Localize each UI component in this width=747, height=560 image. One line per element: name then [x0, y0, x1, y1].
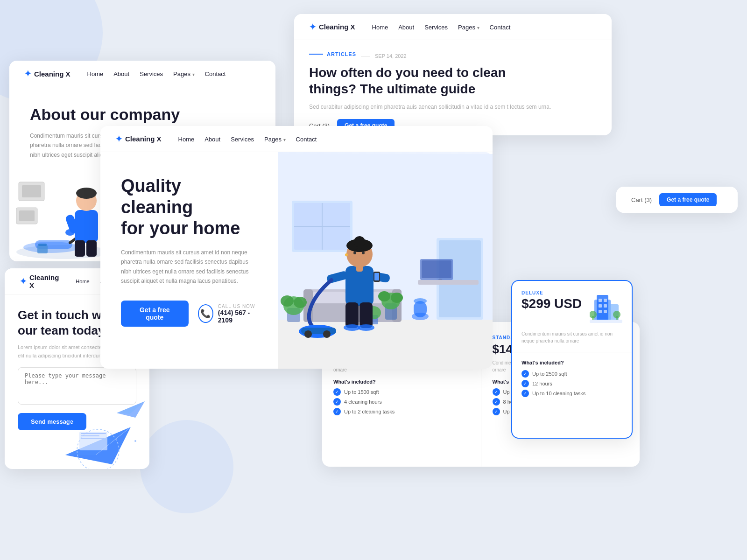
nav-home-contact[interactable]: Home	[76, 279, 89, 284]
svg-rect-57	[356, 265, 363, 272]
svg-rect-76	[79, 432, 107, 450]
svg-point-55	[362, 252, 365, 254]
svg-rect-11	[22, 185, 41, 197]
logo-text-about: Cleaning X	[34, 70, 70, 78]
check-icon-d2: ✓	[521, 380, 529, 387]
check-icon-d3: ✓	[521, 390, 529, 397]
logo-icon-hero: ✦	[115, 134, 122, 144]
logo-icon-blog: ✦	[309, 22, 316, 32]
svg-rect-89	[599, 310, 602, 313]
nav-links-blog: Home About Services Pages ▾ Contact	[372, 23, 511, 31]
nav-home-hero[interactable]: Home	[178, 135, 195, 143]
hero-cta-button[interactable]: Get a free quote	[121, 301, 189, 327]
logo-contact[interactable]: ✦ Cleaning X	[20, 273, 59, 289]
logo-hero[interactable]: ✦ Cleaning X	[115, 134, 162, 144]
blog-title: How often do you need to clean things? T…	[309, 64, 597, 97]
bg-decoration-2	[140, 420, 233, 513]
svg-rect-85	[599, 299, 602, 302]
phone-label: CALL US NOW	[218, 304, 257, 309]
logo-blog[interactable]: ✦ Cleaning X	[309, 22, 355, 32]
blog-nav: ✦ Cleaning X Home About Services Pages ▾…	[294, 14, 612, 40]
svg-point-40	[378, 291, 390, 301]
nav-home-about[interactable]: Home	[87, 70, 104, 78]
basic-included-title: What's included?	[333, 379, 470, 385]
blog-tag: ARTICLES	[309, 51, 356, 57]
phone-number: (414) 567 - 2109	[218, 309, 257, 324]
svg-rect-14	[37, 245, 48, 253]
hero-body: Quality cleaning for your home Condiment…	[100, 152, 493, 369]
deluxe-illustration	[590, 290, 622, 325]
nav-links-hero: Home About Services Pages ▾ Contact	[178, 135, 317, 143]
check-icon-d1: ✓	[521, 370, 529, 378]
topright-nav-right: Cart (3) Get a free quote	[631, 193, 717, 206]
svg-point-63	[358, 324, 374, 331]
logo-icon-contact: ✦	[20, 276, 27, 287]
deluxe-tag: DELUXE	[521, 290, 582, 295]
hero-actions: Get a free quote 📞 CALL US NOW (414) 567…	[121, 301, 257, 327]
deluxe-feature-3: ✓ Up to 10 cleaning tasks	[521, 390, 622, 397]
nav-services-blog[interactable]: Services	[424, 23, 448, 31]
nav-about-hero[interactable]: About	[204, 135, 220, 143]
nav-pages-about[interactable]: Pages ▾	[173, 70, 194, 78]
hero-illustration	[278, 152, 493, 369]
nav-contact-about[interactable]: Contact	[205, 70, 226, 78]
nav-pages-blog[interactable]: Pages ▾	[458, 23, 479, 31]
check-icon-3: ✓	[333, 408, 341, 415]
nav-pages-hero[interactable]: Pages ▾	[264, 135, 285, 143]
phone-action: 📞 CALL US NOW (414) 567 - 2109	[198, 304, 257, 324]
contact-illustration	[56, 394, 149, 469]
check-icon-2: ✓	[333, 398, 341, 406]
svg-point-44	[414, 298, 427, 304]
nav-about-blog[interactable]: About	[398, 23, 414, 31]
svg-point-35	[294, 297, 307, 308]
hero-card: ✦ Cleaning X Home About Services Pages ▾…	[100, 126, 493, 369]
nav-services-about[interactable]: Services	[140, 70, 163, 78]
deluxe-feature-1: ✓ Up to 2500 sqft	[521, 370, 622, 378]
logo-text-blog: Cleaning X	[319, 23, 355, 31]
topright-nav: Cart (3) Get a free quote	[616, 187, 738, 213]
svg-point-53	[354, 236, 365, 247]
basic-feature-3: ✓ Up to 2 cleaning tasks	[333, 408, 470, 415]
svg-rect-86	[604, 299, 607, 302]
basic-feature-1: ✓ Up to 1500 sqft	[333, 388, 470, 396]
blog-content: ARTICLES SEP 14, 2022 How often do you n…	[294, 40, 612, 135]
svg-point-54	[353, 252, 356, 254]
svg-rect-61	[359, 302, 373, 328]
topright-cart-label: Cart (3)	[631, 196, 652, 203]
blog-description: Sed curabitur adipiscing enim pharetra a…	[309, 103, 597, 112]
logo-about[interactable]: ✦ Cleaning X	[24, 69, 70, 79]
svg-point-94	[613, 311, 620, 318]
topright-cta-button[interactable]: Get a free quote	[659, 193, 717, 206]
nav-services-hero[interactable]: Services	[231, 135, 254, 143]
svg-rect-69	[374, 273, 379, 280]
svg-rect-47	[422, 260, 451, 278]
deluxe-feature-2: ✓ 12 hours	[521, 380, 622, 387]
nav-contact-hero[interactable]: Contact	[296, 135, 317, 143]
basic-feature-2: ✓ 4 cleaning hours	[333, 398, 470, 406]
svg-rect-45	[418, 280, 479, 285]
svg-rect-13	[19, 210, 35, 221]
about-nav: ✦ Cleaning X Home About Services Pages ▾…	[9, 61, 275, 87]
svg-rect-88	[604, 304, 607, 308]
hero-nav: ✦ Cleaning X Home About Services Pages ▾…	[100, 126, 493, 152]
svg-rect-60	[345, 302, 359, 328]
nav-about-about[interactable]: About	[113, 70, 129, 78]
phone-icon: 📞	[198, 304, 213, 323]
phone-text: CALL US NOW (414) 567 - 2109	[218, 304, 257, 324]
svg-point-16	[65, 229, 75, 236]
svg-rect-90	[604, 310, 607, 313]
nav-home-blog[interactable]: Home	[372, 23, 388, 31]
svg-point-81	[134, 440, 136, 442]
nav-contact-blog[interactable]: Contact	[490, 23, 511, 31]
hero-left: Quality cleaning for your home Condiment…	[100, 152, 278, 369]
deluxe-header-text: DELUXE $299 USD	[521, 290, 582, 313]
about-title: About our company	[30, 105, 255, 124]
hero-title: Quality cleaning for your home	[121, 175, 257, 239]
svg-point-66	[304, 330, 312, 338]
svg-rect-4	[75, 210, 98, 243]
logo-icon-about: ✦	[24, 69, 31, 79]
svg-point-56	[345, 253, 348, 256]
svg-point-34	[281, 295, 294, 307]
svg-rect-77	[81, 433, 106, 434]
check-icon-1: ✓	[333, 388, 341, 396]
